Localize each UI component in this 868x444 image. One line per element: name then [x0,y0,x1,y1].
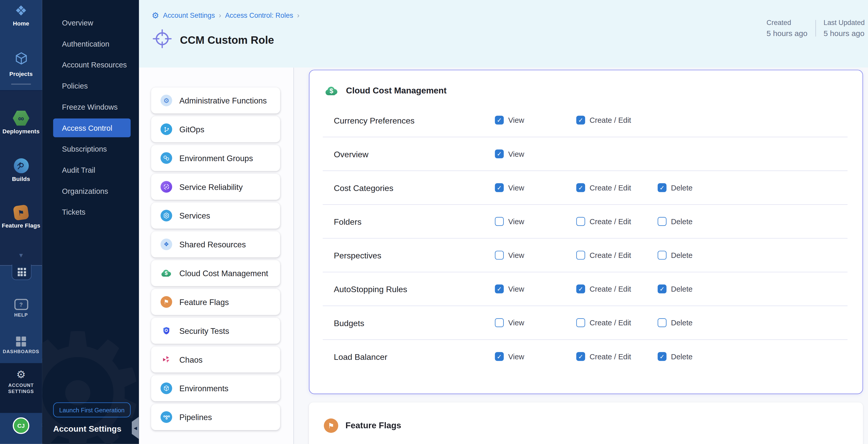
role-meta: Created 5 hours ago Last Updated 5 hours… [767,19,865,38]
sidebar-item-freeze-windows[interactable]: Freeze Windows [42,96,139,117]
checkbox-label: View [508,251,524,259]
breadcrumb-separator: › [297,11,299,19]
module-selector-button[interactable] [11,264,31,280]
module-rail: ❖ Home Projects ∞ Deployments Builds ⚑ F… [0,0,42,444]
last-updated-value: 5 hours ago [824,29,865,38]
rail-item-feature-flags[interactable]: ⚑ Feature Flags [0,205,42,228]
permissions-card: $ Cloud Cost Management Currency Prefere… [309,70,863,394]
module-card-pipelines[interactable]: Pipelines [151,404,280,430]
permission-name: Folders [323,217,495,226]
module-card-label: Feature Flags [179,297,229,306]
chevron-down-icon[interactable]: ▼ [0,252,42,258]
view-checkbox[interactable] [495,251,504,259]
module-card-label: Environments [179,384,228,392]
module-card-services[interactable]: Services [151,202,280,228]
rail-item-label: Deployments [3,128,40,135]
view-checkbox[interactable]: ✓ [495,284,504,293]
title-row: CCM Custom Role [152,29,274,51]
create_edit-checkbox[interactable] [576,318,585,327]
view-checkbox[interactable]: ✓ [495,352,504,361]
delete-checkbox[interactable]: ✓ [658,352,666,361]
create_edit-checkbox[interactable]: ✓ [576,352,585,361]
permission-cell-create_edit: ✓Create / Edit [576,116,658,124]
sidebar-item-account-resources[interactable]: Account Resources [42,54,139,75]
permission-row: AutoStopping Rules✓View✓Create / Edit✓De… [323,272,848,306]
permission-row: PerspectivesViewCreate / EditDelete [323,238,848,272]
sidebar-item-access-control[interactable]: Access Control [42,117,139,138]
breadcrumb-account-settings[interactable]: Account Settings [163,11,215,19]
module-card-administrative-functions[interactable]: ⚙Administrative Functions [151,88,280,114]
page-title: CCM Custom Role [180,33,274,46]
delete-checkbox[interactable]: ✓ [658,284,666,293]
delete-checkbox[interactable] [658,217,666,226]
module-card-label: Administrative Functions [179,96,267,105]
next-section-card[interactable]: ⚑ Feature Flags [309,402,863,444]
launch-first-generation-button[interactable]: Launch First Generation [53,402,130,417]
sidebar-item-subscriptions[interactable]: Subscriptions [42,138,139,160]
sidebar-item-organizations[interactable]: Organizations [42,181,139,201]
module-card-chaos[interactable]: Chaos [151,346,280,373]
environment-groups-icon [161,152,172,164]
delete-checkbox[interactable] [658,318,666,327]
security-tests-icon [161,325,172,337]
module-card-environments[interactable]: Environments [151,375,280,401]
permission-name: Overview [323,149,495,159]
delete-checkbox[interactable]: ✓ [658,183,666,192]
view-checkbox[interactable] [495,217,504,226]
module-card-environment-groups[interactable]: Environment Groups [151,145,280,171]
create_edit-checkbox[interactable] [576,217,585,226]
rail-item-dashboards[interactable]: DASHBOARDS [0,337,42,355]
module-card-label: Shared Resources [179,240,246,249]
module-card-security-tests[interactable]: Security Tests [151,318,280,344]
permission-row: FoldersViewCreate / EditDelete [323,204,848,238]
checkbox-label: View [508,319,524,327]
module-card-shared-resources[interactable]: ❖Shared Resources [151,231,280,257]
sidebar-item-tickets[interactable]: Tickets [42,201,139,223]
deployments-icon: ∞ [12,111,29,126]
permission-rows: Currency Preferences✓View✓Create / EditO… [323,103,848,373]
breadcrumb-access-control-roles[interactable]: Access Control: Roles [225,11,293,19]
dashboards-icon [16,337,26,347]
gitops-icon [161,124,172,135]
sidebar-item-overview[interactable]: Overview [42,12,139,33]
rail-item-projects[interactable]: Projects [0,51,42,77]
create_edit-checkbox[interactable]: ✓ [576,183,585,192]
rail-item-home[interactable]: ❖ Home [0,3,42,27]
module-card-feature-flags[interactable]: ⚑Feature Flags [151,289,280,315]
module-card-cloud-cost-management[interactable]: $Cloud Cost Management [151,260,280,286]
rail-divider [11,84,31,85]
module-card-gitops[interactable]: GitOps [151,116,280,142]
rail-item-deployments[interactable]: ∞ Deployments [0,111,42,134]
module-card-service-reliability[interactable]: Service Reliability [151,174,280,200]
sidebar-item-policies[interactable]: Policies [42,75,139,96]
view-checkbox[interactable]: ✓ [495,150,504,158]
sidebar-item-audit-trail[interactable]: Audit Trail [42,159,139,181]
settings-gear-icon: ⚙ [152,11,159,19]
created-label: Created [767,19,807,27]
view-checkbox[interactable]: ✓ [495,183,504,192]
rail-item-label: Home [13,20,29,27]
create_edit-checkbox[interactable]: ✓ [576,284,585,293]
rail-item-account-settings[interactable]: ⚙ ACCOUNT SETTINGS [0,363,42,413]
cloud-cost-management-icon: $ [161,267,172,279]
settings-sidebar: ⚙ Overview Authentication Account Resour… [42,0,139,444]
permission-cell-create_edit: ✓Create / Edit [576,284,658,293]
view-checkbox[interactable] [495,318,504,327]
checkbox-label: View [508,352,524,360]
checkbox-label: View [508,285,524,293]
checkbox-label: Create / Edit [589,251,631,259]
view-checkbox[interactable]: ✓ [495,116,504,124]
chaos-icon [161,354,172,365]
delete-checkbox[interactable] [658,251,666,259]
create_edit-checkbox[interactable] [576,251,585,259]
user-avatar[interactable]: CJ [12,417,29,434]
rail-item-label: Builds [12,176,30,182]
rail-item-builds[interactable]: Builds [0,158,42,182]
module-card-label: Cloud Cost Management [179,269,268,278]
permission-cell-view: View [495,318,576,327]
module-card-label: Pipelines [179,413,212,421]
rail-item-help[interactable]: ? HELP [0,299,42,318]
feature-flags-icon: ⚑ [161,296,172,308]
create_edit-checkbox[interactable]: ✓ [576,116,585,124]
sidebar-item-authentication[interactable]: Authentication [42,33,139,54]
